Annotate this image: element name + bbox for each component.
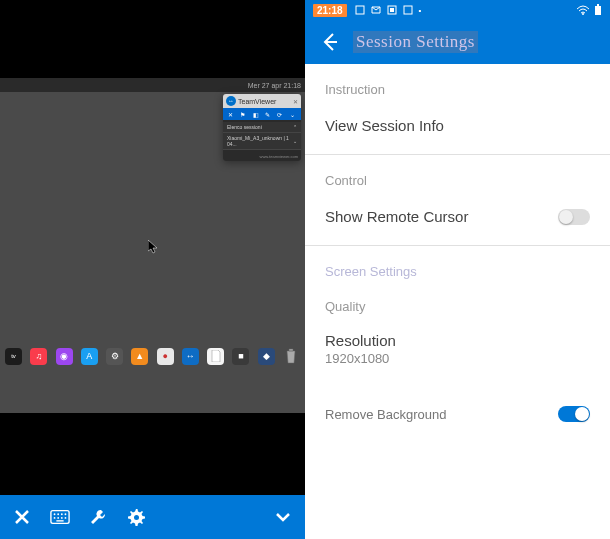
- resolution-item[interactable]: Resolution 1920x1080: [325, 332, 590, 366]
- status-notification-icons: •: [355, 5, 422, 15]
- remove-background-toggle[interactable]: [558, 406, 590, 422]
- screen-section-label: Screen Settings: [325, 264, 590, 279]
- svg-rect-13: [390, 8, 394, 12]
- view-session-info-label: View Session Info: [325, 117, 444, 134]
- keyboard-button[interactable]: [50, 507, 70, 527]
- close-button[interactable]: [12, 507, 32, 527]
- tv-tool-3-icon[interactable]: ◧: [253, 111, 259, 117]
- teamviewer-control-panel[interactable]: ↔ TeamViewer ✕ ✕ ⚑ ◧ ✎ ⟳ ⌄ Elenco sessio…: [223, 94, 301, 161]
- svg-rect-11: [356, 6, 364, 14]
- svg-point-8: [65, 517, 67, 519]
- show-remote-cursor-item[interactable]: Show Remote Cursor: [325, 202, 590, 231]
- teamviewer-footer: www.teamviewer.com: [223, 152, 301, 161]
- svg-point-4: [65, 513, 67, 515]
- session-item-label: Xiaomi_Mi_A3_unknown | 1 04...: [227, 135, 293, 147]
- battery-icon: [594, 4, 602, 16]
- settings-header: Session Settings: [305, 20, 610, 64]
- svg-rect-14: [404, 6, 412, 14]
- teamviewer-sessions-list: Elenco sessioni ⌃ Xiaomi_Mi_A3_unknown |…: [223, 120, 301, 152]
- svg-point-3: [61, 513, 63, 515]
- svg-point-10: [134, 515, 139, 520]
- teamviewer-label: TeamViewer: [238, 98, 291, 105]
- gear-button[interactable]: [126, 507, 146, 527]
- dock-vlc[interactable]: ▲: [131, 348, 148, 365]
- svg-point-6: [57, 517, 59, 519]
- page-title: Session Settings: [353, 31, 478, 53]
- tv-tool-2-icon[interactable]: ⚑: [240, 111, 246, 117]
- tv-tool-5-icon[interactable]: ⟳: [277, 111, 283, 117]
- svg-point-2: [57, 513, 59, 515]
- teamviewer-session-header[interactable]: Elenco sessioni ⌃: [223, 122, 301, 133]
- control-section-label: Control: [325, 173, 590, 188]
- teamviewer-header: ↔ TeamViewer ✕: [223, 94, 301, 108]
- dock-podcasts[interactable]: ◉: [56, 348, 73, 365]
- dot-icon: •: [419, 6, 422, 15]
- dock-appstore[interactable]: A: [81, 348, 98, 365]
- dock-appletv[interactable]: tv: [5, 348, 22, 365]
- tv-tool-4-icon[interactable]: ✎: [265, 111, 271, 117]
- status-time: 21:18: [313, 4, 347, 17]
- dock-app3[interactable]: ◆: [258, 348, 275, 365]
- teamviewer-session-item[interactable]: Xiaomi_Mi_A3_unknown | 1 04... ⌄: [223, 133, 301, 150]
- svg-rect-9: [56, 520, 63, 521]
- screenshot-icon: [355, 5, 365, 15]
- wifi-icon: [576, 5, 590, 15]
- svg-rect-16: [595, 6, 601, 15]
- viewer-toolbar: [0, 495, 305, 539]
- dock-app1[interactable]: ●: [157, 348, 174, 365]
- quality-label: Quality: [325, 299, 365, 314]
- dock-music[interactable]: ♫: [30, 348, 47, 365]
- back-button[interactable]: [317, 30, 341, 54]
- app2-icon: [403, 5, 413, 15]
- quality-item[interactable]: Quality: [325, 293, 590, 320]
- teamviewer-logo-icon: ↔: [226, 96, 236, 106]
- svg-point-15: [582, 13, 584, 15]
- show-remote-cursor-toggle[interactable]: [558, 209, 590, 225]
- remove-background-item[interactable]: Remove Background: [325, 400, 590, 428]
- wrench-button[interactable]: [88, 507, 108, 527]
- svg-rect-17: [597, 4, 599, 6]
- resolution-value: 1920x1080: [325, 351, 590, 366]
- divider: [305, 245, 610, 246]
- remote-menubar: Mer 27 apr 21:18: [0, 78, 305, 92]
- macos-dock: tv ♫ ◉ A ⚙ ▲ ● ↔ ■ ◆: [3, 344, 302, 368]
- divider: [305, 154, 610, 155]
- remove-background-label: Remove Background: [325, 407, 446, 422]
- dock-teamviewer[interactable]: ↔: [182, 348, 199, 365]
- instruction-section-label: Instruction: [325, 82, 590, 97]
- remote-screen[interactable]: Mer 27 apr 21:18 ↔ TeamViewer ✕ ✕ ⚑ ◧ ✎ …: [0, 0, 305, 495]
- remote-viewer-panel: Mer 27 apr 21:18 ↔ TeamViewer ✕ ✕ ⚑ ◧ ✎ …: [0, 0, 305, 539]
- android-status-bar: 21:18 •: [305, 0, 610, 20]
- menubar-datetime: Mer 27 apr 21:18: [248, 82, 301, 89]
- collapse-icon[interactable]: ⌃: [293, 124, 297, 130]
- dock-document[interactable]: [207, 348, 224, 365]
- dock-settings[interactable]: ⚙: [106, 348, 123, 365]
- session-chevron-icon[interactable]: ⌄: [293, 138, 297, 144]
- view-session-info-item[interactable]: View Session Info: [325, 111, 590, 140]
- tv-tool-6-icon[interactable]: ⌄: [290, 111, 296, 117]
- resolution-label: Resolution: [325, 332, 590, 349]
- status-system-icons: [576, 4, 602, 16]
- close-x-icon[interactable]: ✕: [293, 98, 298, 105]
- mail-icon: [371, 5, 381, 15]
- app-icon: [387, 5, 397, 15]
- svg-point-5: [54, 517, 56, 519]
- show-remote-cursor-label: Show Remote Cursor: [325, 208, 468, 225]
- settings-content: Instruction View Session Info Control Sh…: [305, 64, 610, 539]
- settings-panel: 21:18 • Session Settings Instruction Vie…: [305, 0, 610, 539]
- teamviewer-toolbar: ✕ ⚑ ◧ ✎ ⟳ ⌄: [223, 108, 301, 120]
- dock-app2[interactable]: ■: [232, 348, 249, 365]
- svg-point-1: [54, 513, 56, 515]
- session-header-label: Elenco sessioni: [227, 124, 262, 130]
- dock-trash[interactable]: [283, 348, 300, 365]
- svg-point-7: [61, 517, 63, 519]
- collapse-button[interactable]: [273, 507, 293, 527]
- tv-tool-1-icon[interactable]: ✕: [228, 111, 234, 117]
- cursor-icon: [148, 240, 158, 254]
